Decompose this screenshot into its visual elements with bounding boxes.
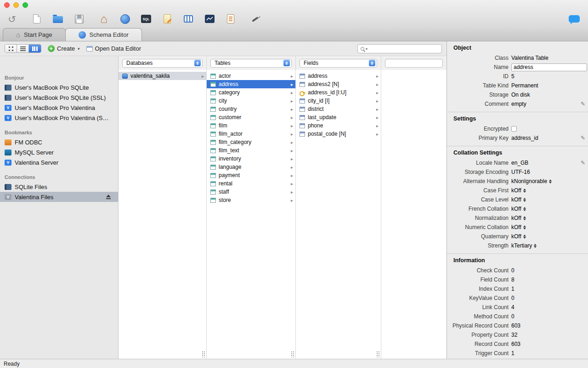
property-row[interactable]: Case First kOff ✎ <box>447 186 588 195</box>
search-menu-caret-icon[interactable]: ▾ <box>366 47 368 51</box>
list-view-button[interactable] <box>17 45 29 52</box>
edit-pencil-icon[interactable]: ✎ <box>581 160 585 166</box>
table-row[interactable]: country ▸ <box>207 105 295 113</box>
table-row[interactable]: film ▸ <box>207 121 295 130</box>
field-row[interactable]: phone ▸ <box>296 121 381 130</box>
data-editor-button[interactable] <box>181 12 196 26</box>
close-window-button[interactable] <box>4 2 10 8</box>
fields-filter-popup[interactable]: Fields <box>300 59 377 68</box>
property-row[interactable]: Alternate Handling kNonIgnorable ✎ <box>447 177 588 186</box>
table-row[interactable]: customer ▸ <box>207 113 295 121</box>
connect-button[interactable] <box>248 12 263 26</box>
edit-pencil-icon[interactable]: ✎ <box>581 101 585 107</box>
field-row[interactable]: district ▸ <box>296 105 381 113</box>
table-row[interactable]: inventory ▸ <box>207 155 295 163</box>
report-button[interactable] <box>223 12 238 26</box>
popup-stepper-icon[interactable] <box>549 178 552 185</box>
popup-stepper-icon[interactable] <box>523 233 526 240</box>
resize-grip[interactable] <box>202 351 205 357</box>
resize-grip[interactable] <box>291 351 294 357</box>
sidebar-item[interactable]: Valentina Files <box>0 192 118 202</box>
table-row[interactable]: film_actor ▸ <box>207 130 295 138</box>
property-row[interactable]: Comment empty ✎ <box>447 99 588 109</box>
new-document-button[interactable] <box>29 12 44 26</box>
popup-stepper-icon[interactable] <box>523 215 526 222</box>
table-row[interactable]: film_text ▸ <box>207 146 295 155</box>
table-row[interactable]: store ▸ <box>207 196 295 204</box>
table-row[interactable]: actor ▸ <box>207 72 295 80</box>
field-row[interactable]: last_update ▸ <box>296 113 381 121</box>
minimize-window-button[interactable] <box>13 2 19 8</box>
tab-schema-editor[interactable]: Schema Editor <box>65 28 142 41</box>
titlebar[interactable] <box>0 0 588 10</box>
open-data-editor-button[interactable]: Open Data Editor <box>86 45 141 52</box>
table-row[interactable]: address ▸ <box>207 80 295 88</box>
sidebar-item[interactable]: User's MacBook Pro SQLite <box>0 82 118 92</box>
encrypted-checkbox[interactable] <box>511 126 517 132</box>
field-row[interactable]: address_id [I:U] ▸ <box>296 88 381 97</box>
property-row[interactable]: Strength kTertiary ✎ <box>447 241 588 250</box>
field-row[interactable]: address2 [N] ▸ <box>296 80 381 88</box>
table-row[interactable]: category ▸ <box>207 88 295 97</box>
sidebar-item[interactable]: SQLite Files <box>0 182 118 192</box>
table-row[interactable]: rental ▸ <box>207 179 295 188</box>
open-button[interactable] <box>51 12 65 26</box>
property-row[interactable]: ID 5 ✎ <box>447 72 588 81</box>
tables-filter-popup[interactable]: Tables <box>210 59 292 68</box>
property-row[interactable]: Name address ✎ <box>447 63 588 72</box>
save-button[interactable] <box>72 12 86 26</box>
sidebar-item[interactable]: User's MacBook Pro Valentina (S… <box>0 113 118 123</box>
tree-view-button[interactable] <box>5 45 17 52</box>
property-row[interactable]: Table Kind Permanent ✎ <box>447 81 588 90</box>
filter-popup-empty[interactable] <box>385 59 443 68</box>
databases-filter-popup[interactable]: Databases <box>122 59 203 68</box>
field-row[interactable]: postal_code [N] ▸ <box>296 130 381 138</box>
property-row[interactable]: Storage On disk ✎ <box>447 90 588 99</box>
table-row[interactable]: city ▸ <box>207 97 295 105</box>
sidebar-item[interactable]: User's MacBook Pro Valentina <box>0 103 118 113</box>
property-row[interactable]: Numeric Collation kOff ✎ <box>447 223 588 232</box>
sidebar-item[interactable]: Valentina Server <box>0 157 118 167</box>
create-button[interactable]: + Create ▾ <box>48 45 80 52</box>
search-field[interactable]: ▾ <box>357 44 442 53</box>
name-input[interactable] <box>511 63 587 71</box>
table-row[interactable]: film_category ▸ <box>207 138 295 146</box>
popup-stepper-icon[interactable] <box>523 224 526 231</box>
sidebar-item[interactable]: FM ODBC <box>0 137 118 147</box>
popup-stepper-icon[interactable] <box>523 196 526 203</box>
sidebar-item[interactable]: MySQL Server <box>0 147 118 157</box>
schema-editor-button[interactable] <box>160 12 175 26</box>
property-row[interactable]: Case Level kOff ✎ <box>447 195 588 204</box>
column-view-button[interactable] <box>29 45 41 52</box>
table-row[interactable]: language ▸ <box>207 163 295 171</box>
property-row[interactable]: Storage Encoding UTF-16 ✎ <box>447 167 588 177</box>
popup-stepper-icon[interactable] <box>523 206 526 213</box>
search-input[interactable] <box>369 46 441 52</box>
property-row[interactable]: Primary Key address_id ✎ <box>447 133 588 143</box>
edit-pencil-icon[interactable]: ✎ <box>581 135 585 141</box>
popup-stepper-icon[interactable] <box>534 242 537 249</box>
sidebar-item[interactable]: User's MacBook Pro SQLite (SSL) <box>0 92 118 103</box>
property-row[interactable]: Encrypted ✎ <box>447 124 588 133</box>
start-page-button[interactable]: ⌂ <box>96 12 111 26</box>
database-row[interactable]: valentina_sakila ▸ <box>119 72 206 80</box>
table-row[interactable]: payment ▸ <box>207 171 295 179</box>
valentina-button[interactable] <box>118 12 132 26</box>
eject-icon[interactable] <box>106 195 111 199</box>
property-row[interactable]: Locale Name en_GB ✎ <box>447 158 588 167</box>
popup-stepper-icon[interactable] <box>523 187 526 194</box>
table-row[interactable]: staff ▸ <box>207 188 295 196</box>
diagram-button[interactable] <box>202 12 217 26</box>
property-row[interactable]: French Collation kOff ✎ <box>447 204 588 213</box>
field-row[interactable]: city_id [I] ▸ <box>296 97 381 105</box>
zoom-window-button[interactable] <box>23 2 28 8</box>
property-row[interactable]: Normalization kOff ✎ <box>447 213 588 223</box>
feedback-button[interactable] <box>569 12 583 26</box>
field-row[interactable]: address ▸ <box>296 72 381 80</box>
sql-editor-button[interactable]: SQL <box>139 12 153 26</box>
undo-button[interactable]: ↺ <box>5 12 19 26</box>
property-row[interactable]: Class Valentina Table ✎ <box>447 53 588 63</box>
tab-start-page[interactable]: ⌂ Start Page <box>3 28 66 41</box>
resize-grip[interactable] <box>376 351 380 357</box>
property-row[interactable]: Quaternary kOff ✎ <box>447 232 588 241</box>
